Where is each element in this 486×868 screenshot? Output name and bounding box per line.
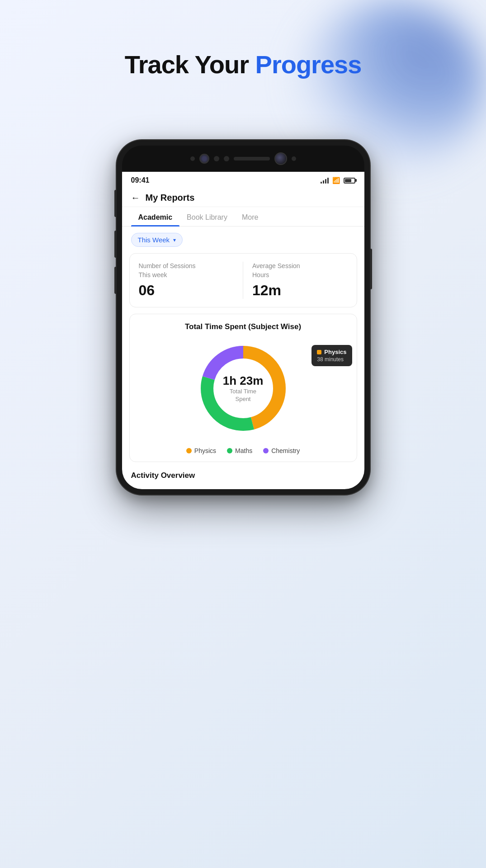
app-header: ← My Reports	[122, 187, 364, 207]
camera-dot-left	[190, 156, 195, 161]
camera-iris	[199, 154, 209, 164]
title-highlight: Progress	[255, 50, 362, 79]
phone-frame: 09:41 📶 ← My Reports	[117, 140, 370, 495]
camera-dot-right	[292, 156, 296, 161]
camera-dot-mid2	[224, 156, 229, 161]
legend-label-chemistry: Chemistry	[271, 447, 300, 454]
filter-pill[interactable]: This Week ▾	[131, 233, 183, 247]
camera-dot-mid	[214, 156, 219, 161]
chevron-down-icon: ▾	[173, 237, 176, 243]
tab-book-library[interactable]: Book Library	[179, 207, 235, 226]
avg-value: 12m	[252, 282, 348, 299]
title-plain: Track Your	[125, 50, 255, 79]
phone-screen: 09:41 📶 ← My Reports	[122, 172, 364, 489]
phone-mockup: 09:41 📶 ← My Reports	[117, 140, 370, 495]
status-icons: 📶	[321, 177, 355, 184]
signal-bar-4	[327, 178, 329, 184]
signal-bar-2	[323, 180, 324, 184]
signal-bars-icon	[321, 177, 329, 184]
screen-bottom-spacer	[122, 480, 364, 489]
status-time: 09:41	[131, 176, 150, 184]
sessions-value: 06	[139, 282, 234, 299]
tooltip-subject: Physics	[324, 349, 346, 355]
sessions-label: Number of SessionsThis week	[139, 262, 234, 279]
filter-label: This Week	[138, 236, 170, 244]
donut-container: 1h 23m Total TimeSpent Physics 38 minute…	[139, 339, 348, 438]
legend-label-physics: Physics	[194, 447, 216, 454]
tooltip-minutes: 38 minutes	[317, 356, 346, 363]
signal-bar-1	[321, 182, 322, 184]
legend-label-maths: Maths	[235, 447, 252, 454]
chart-legend: Physics Maths Chemistry	[139, 447, 348, 454]
page-title: Track Your Progress	[0, 50, 486, 79]
activity-title: Activity Overview	[131, 471, 355, 480]
avg-stat: Average SessionHours 12m	[252, 262, 348, 299]
activity-section: Activity Overview	[122, 468, 364, 480]
legend-item-maths: Maths	[227, 447, 252, 454]
speaker-bar	[234, 157, 270, 160]
legend-dot-physics	[186, 448, 192, 453]
donut-chart-svg	[193, 339, 293, 438]
chart-card: Total Time Spent (Subject Wise)	[129, 314, 357, 462]
camera-area	[190, 152, 296, 165]
donut-tooltip: Physics 38 minutes	[311, 345, 352, 366]
stat-divider	[243, 262, 243, 299]
tab-academic[interactable]: Academic	[131, 207, 180, 226]
legend-item-physics: Physics	[186, 447, 216, 454]
sessions-stat: Number of SessionsThis week 06	[139, 262, 234, 299]
chart-title: Total Time Spent (Subject Wise)	[139, 322, 348, 331]
wifi-icon: 📶	[332, 177, 340, 184]
phone-top-bar	[122, 146, 364, 172]
tooltip-dot-icon	[317, 350, 321, 354]
legend-dot-chemistry	[263, 448, 269, 453]
filter-row: This Week ▾	[122, 226, 364, 253]
stats-card: Number of SessionsThis week 06 Average S…	[129, 253, 357, 307]
camera-lens	[274, 152, 287, 165]
tabs-row: Academic Book Library More	[122, 207, 364, 226]
battery-icon	[344, 178, 355, 184]
tooltip-subject-row: Physics	[317, 349, 346, 355]
tab-more[interactable]: More	[235, 207, 265, 226]
header-title: My Reports	[146, 193, 195, 203]
legend-dot-maths	[227, 448, 232, 453]
signal-bar-3	[325, 179, 326, 184]
status-bar: 09:41 📶	[122, 172, 364, 187]
legend-item-chemistry: Chemistry	[263, 447, 300, 454]
avg-label: Average SessionHours	[252, 262, 348, 279]
back-button[interactable]: ←	[131, 193, 140, 203]
battery-fill	[345, 179, 351, 182]
